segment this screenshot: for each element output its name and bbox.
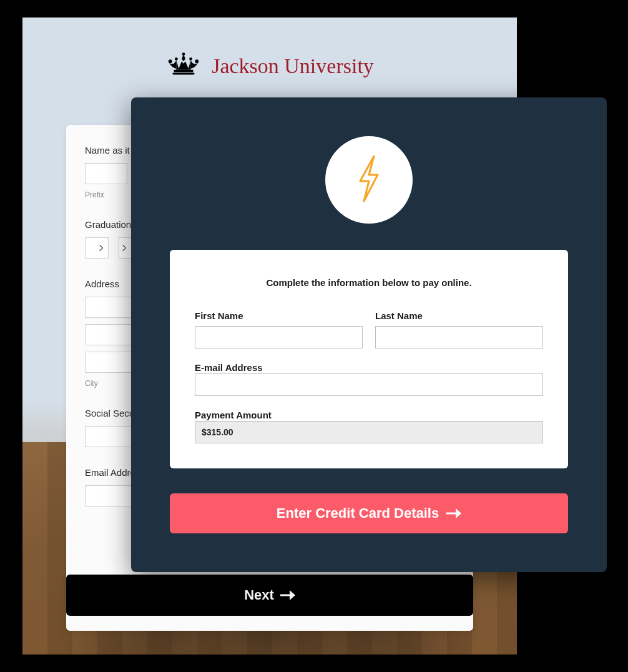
email-address-input[interactable] [195, 373, 543, 396]
university-header: Jackson University [22, 17, 517, 80]
payment-modal: Complete the information below to pay on… [131, 97, 607, 572]
first-name-label: First Name [195, 310, 363, 321]
graduation-select-1[interactable] [85, 237, 109, 259]
lightning-bolt-icon [354, 154, 384, 206]
crown-icon [165, 52, 202, 80]
next-button[interactable]: Next [66, 575, 473, 616]
svg-rect-5 [174, 70, 194, 72]
svg-point-2 [195, 59, 199, 63]
enter-credit-card-button[interactable]: Enter Credit Card Details [170, 493, 568, 533]
last-name-label: Last Name [375, 310, 543, 321]
svg-point-1 [169, 59, 172, 63]
cta-label: Enter Credit Card Details [277, 505, 439, 521]
email-address-label: E-mail Address [195, 362, 263, 373]
arrow-right-icon [446, 508, 461, 518]
svg-point-3 [175, 57, 178, 61]
lightning-bolt-badge [325, 136, 413, 224]
payment-amount-value: $315.00 [195, 421, 543, 443]
graduation-select-2[interactable] [119, 237, 131, 259]
payment-form-card: Complete the information below to pay on… [170, 250, 568, 468]
svg-rect-6 [173, 73, 195, 75]
arrow-right-icon [280, 590, 295, 600]
first-name-input[interactable] [195, 326, 363, 348]
next-button-label: Next [244, 587, 274, 603]
payment-amount-label: Payment Amount [195, 410, 272, 420]
svg-point-0 [182, 52, 185, 56]
prefix-input[interactable] [85, 163, 127, 184]
last-name-input[interactable] [375, 326, 543, 348]
payment-instruction: Complete the information below to pay on… [195, 277, 543, 288]
svg-point-4 [189, 57, 192, 61]
university-name: Jackson University [212, 54, 374, 78]
